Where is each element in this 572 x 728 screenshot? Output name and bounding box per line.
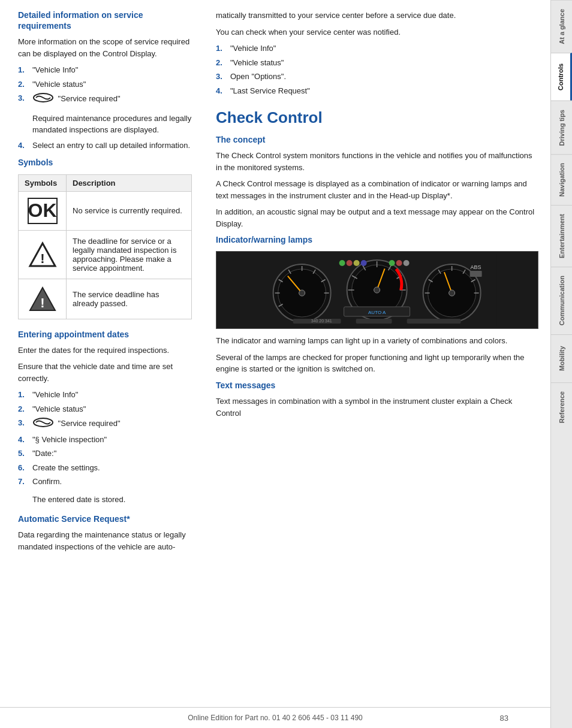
svg-rect-50 [407,319,461,324]
list-item: 5. "Date:" [18,448,192,460]
sidebar-tab-reference[interactable]: Reference [551,382,572,431]
svg-point-18 [299,290,305,296]
page-number: 83 [500,714,508,723]
list-item: 1. "Vehicle Info" [216,43,538,55]
svg-rect-49 [356,319,392,324]
section1-intro: More information on the scope of service… [18,36,192,59]
text-messages-subtitle: Text messages [216,380,538,391]
left-column: Detailed information on service requirem… [0,10,204,707]
svg-point-47 [404,260,410,266]
service-icon [32,92,54,107]
section1-steps: 1. "Vehicle Info" 2. "Vehicle status" 3. [18,64,192,107]
sidebar-tab-driving-tips[interactable]: Driving tips [551,101,572,155]
symbol-triangle-outline-desc: The deadline for service or a legally ma… [67,230,192,279]
sidebar-tab-controls[interactable]: Controls [551,53,572,101]
table-header-symbols: Symbols [19,174,67,191]
sidebar-tab-navigation[interactable]: Navigation [551,154,572,205]
list-item: 6. Create the settings. [18,462,192,474]
list-item: 3. "Service required" [18,92,192,107]
svg-rect-54 [470,271,482,277]
svg-point-44 [361,260,367,266]
svg-text:340 20 341: 340 20 341 [311,319,332,323]
symbol-ok: OK [19,191,67,230]
footer-text: Online Edition for Part no. 01 40 2 606 … [188,714,363,722]
page-footer: Online Edition for Part no. 01 40 2 606 … [0,707,550,728]
service-icon [32,417,54,431]
table-header-description: Description [67,174,192,191]
symbols-table: Symbols Description OK No service is cur… [18,174,192,319]
indicator-para1: The indicator and warning lamps can ligh… [216,335,538,347]
svg-text:!: ! [40,251,44,266]
table-row: ! The service deadline has already passe… [19,279,192,319]
list-item: 7. Confirm. [18,476,192,488]
svg-text:AUTO A: AUTO A [368,310,386,315]
text-messages-para1: Text messages in combination with a symb… [216,395,538,419]
list-item: 1. "Vehicle Info" [18,389,192,401]
list-item: 3. "Service required" [18,417,192,431]
list-item: 2. "Vehicle status" [18,78,192,90]
svg-point-43 [354,260,360,266]
concept-para1: The Check Control system monitors functi… [216,150,538,173]
indicator-para2: Several of the lamps are checked for pro… [216,352,538,375]
confirm-note: The entered date is stored. [32,494,192,506]
svg-point-29 [374,287,380,293]
auto-request-cont: matically transmitted to your service ce… [216,10,538,22]
auto-request-title: Automatic Service Request* [18,513,192,524]
indicator-subtitle: Indicator/warning lamps [216,234,538,245]
concept-para3: In addition, an acoustic signal may be o… [216,206,538,229]
symbol-ok-desc: No service is currently required. [67,191,192,230]
list-item: 3. Open "Options". [216,71,538,83]
svg-point-46 [396,260,402,266]
list-item: 2. "Vehicle status" [18,403,192,415]
appointment-para2: Ensure that the vehicle date and time ar… [18,361,192,384]
appointment-steps: 1. "Vehicle Info" 2. "Vehicle status" 3. [18,389,192,488]
concept-subtitle: The concept [216,134,538,145]
list-item: 4. "§ Vehicle inspection" [18,434,192,446]
list-item: 4. Select an entry to call up detailed i… [18,140,192,152]
right-column: matically transmitted to your service ce… [204,10,550,707]
table-row: OK No service is currently required. [19,191,192,230]
sidebar-tab-at-a-glance[interactable]: At a glance [551,0,572,53]
check-control-title: Check Control [216,108,538,127]
appointment-title: Entering appointment dates [18,329,192,340]
concept-para2: A Check Control message is displayed as … [216,178,538,201]
check-when: You can check when your service center w… [216,26,538,38]
svg-point-40 [449,290,455,296]
symbols-title: Symbols [18,157,192,168]
table-row: ! The deadline for service or a legally … [19,230,192,279]
svg-point-41 [339,260,345,266]
sidebar-right: At a glance Controls Driving tips Naviga… [550,0,572,728]
sidebar-tab-communication[interactable]: Communication [551,267,572,334]
auto-request-text: Data regarding the maintenance status or… [18,529,192,552]
appointment-para1: Enter the dates for the required inspect… [18,345,192,357]
section1-title: Detailed information on service requirem… [18,10,192,31]
symbol-triangle-outline: ! [19,230,67,279]
svg-point-45 [389,260,395,266]
list-item: 1. "Vehicle Info" [18,64,192,76]
svg-point-42 [347,260,353,266]
list-item: 4. "Last Service Request" [216,85,538,97]
svg-text:!: ! [40,295,44,310]
sidebar-tab-mobility[interactable]: Mobility [551,334,572,382]
dashboard-image: AUTO A ABS 340 20 341 [216,251,538,329]
svg-text:ABS: ABS [471,264,481,270]
sidebar-tab-entertainment[interactable]: Entertainment [551,205,572,267]
check-steps: 1. "Vehicle Info" 2. "Vehicle status" 3.… [216,43,538,96]
list-item: 2. "Vehicle status" [216,57,538,69]
symbol-triangle-solid: ! [19,279,67,319]
symbol-triangle-solid-desc: The service deadline has already passed. [67,279,192,319]
section1-note: Required maintenance procedures and lega… [32,113,192,136]
